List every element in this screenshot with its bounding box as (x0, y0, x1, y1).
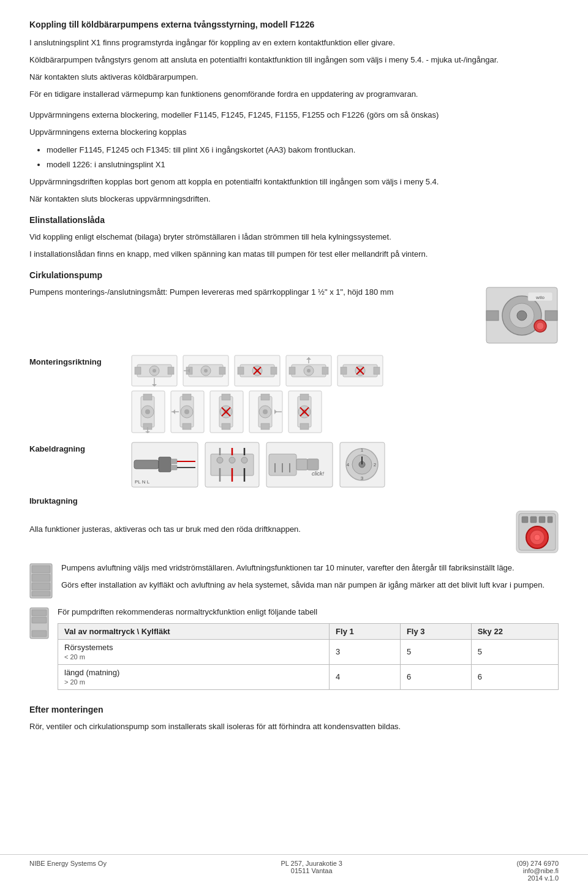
svg-point-23 (204, 369, 208, 373)
svg-rect-5 (545, 311, 557, 320)
diagram-v4 (249, 390, 283, 433)
diagram-5 (337, 355, 383, 387)
section-pumpdrift: För pumpdriften rekommenderas normaltryc… (29, 606, 559, 696)
table-cell-fly3-r1: 5 (400, 639, 471, 664)
section-elinstallation: Elinstallationslåda Vid koppling enligt … (29, 214, 559, 260)
para3: När kontakten sluts aktiveras köldbärarp… (29, 71, 559, 83)
diagram-v3 (209, 390, 244, 433)
section-monteringsriktning: Monteringsriktning (29, 355, 559, 433)
table-header-0: Val av normaltryck \ Kylfläkt (58, 623, 330, 639)
ibruktagning-text1: Alla funktioner justeras, aktiveras och … (29, 523, 507, 536)
svg-point-39 (307, 369, 311, 373)
diagram-v1 (131, 390, 165, 433)
diagram-v2 (170, 390, 205, 433)
uppvarmning-text1: Uppvärmningens externa blockering, model… (29, 109, 559, 121)
footer-version: 2014 v.1.0 (517, 874, 559, 882)
svg-point-9 (537, 322, 544, 330)
svg-rect-77 (261, 423, 270, 430)
footer-right-line2: info@nibe.fi (517, 867, 559, 874)
svg-rect-131 (548, 517, 552, 523)
section-koppling: Koppling till köldbärarpumpens externa t… (29, 18, 559, 100)
table-cell-sub1: < 20 m (64, 653, 85, 661)
footer: NIBE Energy Systems Oy PL 257, Juurakoti… (0, 854, 588, 882)
heading-koppling: Koppling till köldbärarpumpens externa t… (29, 18, 559, 32)
diagram-4 (285, 355, 332, 387)
pump-photo: wilo (485, 286, 559, 344)
para4: För en tidigare installerad värmepump ka… (29, 88, 559, 100)
ibruktagning-label: Ibruktagning (29, 496, 559, 506)
footer-center: PL 257, Juurakotie 3 01511 Vantaa (281, 860, 342, 882)
footer-center-line2: 01511 Vantaa (281, 867, 342, 874)
avluftning-text2: Görs efter installation av kylfläkt och … (61, 579, 559, 591)
svg-rect-92 (159, 457, 171, 472)
diagram-1 (131, 355, 178, 387)
diagram-2 (183, 355, 229, 387)
svg-point-102 (241, 457, 247, 463)
normaltryck-table: Val av normaltryck \ Kylfläkt Fly 1 Fly … (58, 623, 559, 690)
svg-rect-142 (32, 617, 47, 623)
svg-rect-112 (307, 459, 318, 470)
svg-rect-4 (486, 311, 499, 320)
svg-rect-21 (219, 367, 225, 374)
svg-rect-129 (530, 517, 537, 523)
efter-montering-text1: Rör, ventiler och cirkulationspump som i… (29, 721, 559, 733)
svg-rect-13 (168, 367, 174, 374)
table-cell-label2: längd (matning) > 20 m (58, 664, 330, 689)
kabeldragning-label: Kabeldragning (29, 442, 121, 453)
svg-point-55 (145, 409, 150, 414)
svg-text:4: 4 (347, 462, 350, 468)
section-cirkulationspump: Cirkulationspump Pumpens monterings-/ans… (29, 269, 559, 346)
ibruktagning-text: Alla funktioner justeras, aktiveras och … (29, 523, 507, 540)
svg-text:wilo: wilo (535, 295, 545, 300)
elinstallation-text2: I installationslådan finns en knapp, med… (29, 248, 559, 260)
uppvarmning-text3: Uppvärmningsdriften kopplas bort genom a… (29, 176, 559, 188)
svg-text:click!: click! (312, 471, 324, 477)
svg-rect-69 (222, 423, 230, 430)
footer-left: NIBE Energy Systems Oy (29, 860, 107, 882)
svg-rect-52 (143, 394, 152, 400)
table-header-sky22: Sky 22 (471, 623, 558, 639)
table-row-1: Rörsystemets < 20 m 3 5 5 (58, 639, 559, 664)
table-cell-fly1-r1: 3 (330, 639, 401, 664)
avluft-pump-icon (29, 563, 53, 599)
svg-rect-111 (296, 459, 307, 470)
elinstallation-text1: Vid koppling enligt elschemat (bilaga) b… (29, 231, 559, 243)
svg-rect-45 (374, 367, 380, 374)
elinstallation-heading: Elinstallationslåda (29, 214, 559, 227)
svg-rect-60 (183, 394, 191, 400)
uppvarmning-text4: När kontakten sluts blockeras uppvärmnin… (29, 193, 559, 205)
monteringsriktning-diagrams (131, 355, 559, 433)
svg-rect-28 (238, 367, 244, 374)
svg-rect-143 (32, 631, 47, 637)
avluftning-texts: Pumpens avluftning väljs med vridströmst… (61, 562, 559, 596)
footer-center-line1: PL 257, Juurakotie 3 (281, 860, 342, 867)
svg-rect-130 (539, 517, 545, 523)
svg-rect-29 (271, 367, 277, 374)
table-cell-sub2: > 20 m (64, 678, 85, 686)
kabeldragning-diagrams: PL N L (131, 442, 559, 488)
uppvarmning-bullet2: modell 1226: i anslutningsplint X1 (47, 159, 559, 171)
diagram-3 (234, 355, 281, 387)
table-header-fly1: Fly 1 (330, 623, 401, 639)
table-cell-sky22-r2: 6 (471, 664, 558, 689)
table-row-2: längd (matning) > 20 m 4 6 6 (58, 664, 559, 689)
table-cell-langd: längd (matning) (64, 668, 119, 677)
table-header-fly3: Fly 3 (400, 623, 471, 639)
svg-rect-137 (32, 574, 50, 581)
svg-rect-128 (522, 517, 528, 523)
svg-point-79 (263, 409, 268, 414)
svg-point-15 (153, 369, 156, 373)
para2: Köldbärarpumpen tvångstyrs genom att ans… (29, 54, 559, 66)
svg-text:2: 2 (374, 462, 377, 468)
footer-right: (09) 274 6970 info@nibe.fi 2014 v.1.0 (517, 860, 559, 882)
svg-point-101 (229, 457, 235, 463)
svg-rect-37 (322, 367, 328, 374)
kabel-diagram-3: click! (266, 442, 333, 488)
table-cell-sky22-r1: 5 (471, 639, 558, 664)
svg-point-3 (517, 311, 527, 320)
table-cell-label1: Rörsystemets < 20 m (58, 639, 330, 664)
red-button-img (516, 510, 559, 553)
section-uppvarmning: Uppvärmningens externa blockering, model… (29, 109, 559, 205)
kabel-diagram-2 (205, 442, 260, 488)
svg-point-134 (534, 534, 540, 540)
